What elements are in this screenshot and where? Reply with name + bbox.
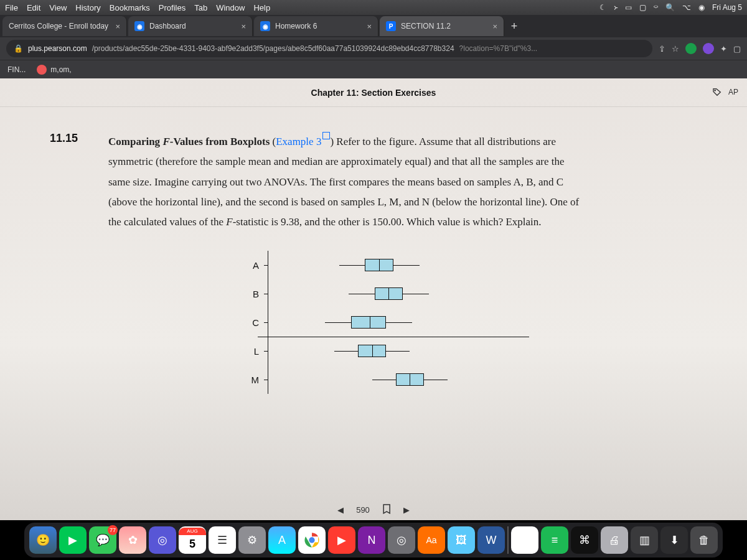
facetime-icon[interactable]: ▶: [59, 526, 87, 554]
youtube-icon[interactable]: ▶: [328, 526, 355, 554]
browser-toolbar: 🔒 plus.pearson.com/products/adec55de-25b…: [0, 37, 747, 60]
tab-section-11-2[interactable]: P SECTION 11.2 ×: [380, 16, 504, 36]
title-f: F: [162, 136, 169, 147]
boxplot-row-C: C: [243, 308, 504, 337]
bookmark-fin[interactable]: FIN...: [7, 65, 26, 74]
page-number: 590: [356, 505, 370, 515]
menu-tab[interactable]: Tab: [194, 3, 207, 12]
popup-icon[interactable]: [322, 132, 330, 139]
body-text: Refer to the figure. Assume that all dis…: [108, 136, 579, 228]
generic-app-icon[interactable]: ◎: [388, 526, 415, 554]
next-page-button[interactable]: ▶: [403, 505, 410, 515]
svg-point-0: [715, 90, 715, 91]
url-path: /products/adec55de-25be-4331-9403-abf9e2…: [92, 44, 454, 53]
menu-help[interactable]: Help: [253, 3, 270, 12]
dock-area: 🙂 ▶ 💬 77 ✿ ◎ AUG 5 ☰ ⚙ A ▶ N ◎ Aa 🖼 W Q …: [0, 520, 747, 560]
bookmark-mom[interactable]: m,om,: [37, 65, 71, 75]
share-icon[interactable]: ⇪: [659, 44, 665, 54]
body-text: -statistic is 9.38, and the other is 150…: [233, 216, 542, 228]
tab-homework[interactable]: ◉ Homework 6 ×: [254, 16, 378, 36]
canvas-icon: ◉: [260, 21, 270, 31]
spotify-icon[interactable]: ≡: [541, 526, 568, 554]
tab-label: Cerritos College - Enroll today: [9, 22, 108, 30]
menu-bookmarks[interactable]: Bookmarks: [110, 3, 150, 12]
quicktime-icon[interactable]: Q: [511, 526, 538, 554]
app-store-icon[interactable]: A: [268, 526, 296, 554]
messages-badge: 77: [108, 525, 118, 535]
messages-icon[interactable]: 💬 77: [89, 526, 116, 554]
site-lock-icon: 🔒: [14, 44, 23, 53]
terminal-icon[interactable]: ⌘: [571, 526, 598, 554]
title-part: -Values from Boxplots: [170, 136, 270, 147]
extensions-icon[interactable]: ✦: [720, 44, 727, 54]
chapter-title: Chapter 11: Section Exercises: [311, 88, 436, 98]
tab-label: Homework 6: [275, 22, 317, 30]
menu-edit[interactable]: Edit: [27, 3, 40, 12]
battery-icon[interactable]: ▭: [625, 3, 632, 12]
close-icon[interactable]: ×: [241, 22, 246, 31]
word-icon[interactable]: W: [477, 526, 505, 554]
star-icon[interactable]: ☆: [672, 44, 679, 54]
problem-block: 11.15 Comparing F-Values from Boxplots (…: [0, 107, 747, 238]
downloads-icon[interactable]: ⬇: [660, 526, 688, 554]
mac-menubar: File Edit View History Bookmarks Profile…: [0, 0, 747, 15]
tab-cerritos[interactable]: Cerritos College - Enroll today ×: [2, 16, 127, 36]
boxplot-figure: A B C: [243, 251, 504, 394]
finder-icon[interactable]: 🙂: [29, 526, 57, 554]
ap-tag: AP: [712, 87, 738, 97]
control-center-icon[interactable]: ⌥: [682, 3, 691, 12]
settings-icon[interactable]: ⚙: [238, 526, 266, 554]
bookmark-favicon: [37, 65, 47, 75]
folder-icon[interactable]: ▥: [631, 526, 658, 554]
dock-separator: [507, 526, 509, 554]
pearson-icon: P: [386, 21, 396, 31]
moon-icon[interactable]: ☾: [599, 3, 606, 12]
bookmarks-bar: FIN... m,om,: [0, 60, 747, 78]
search-icon[interactable]: 🔍: [665, 3, 675, 12]
preview-icon[interactable]: 🖼: [448, 526, 475, 554]
siri-icon[interactable]: ◉: [698, 3, 705, 12]
app-store-alt-icon[interactable]: ◎: [149, 526, 176, 554]
boxplot-row-M: M: [243, 365, 504, 394]
menu-window[interactable]: Window: [216, 3, 245, 12]
mac-dock: 🙂 ▶ 💬 77 ✿ ◎ AUG 5 ☰ ⚙ A ▶ N ◎ Aa 🖼 W Q …: [24, 523, 723, 558]
chapter-header: Chapter 11: Section Exercises: [0, 78, 747, 107]
bookmark-label: m,om,: [50, 65, 71, 74]
chrome-icon[interactable]: [298, 526, 326, 554]
onenote-icon[interactable]: N: [358, 526, 385, 554]
calendar-month: AUG: [179, 528, 206, 535]
y-label: C: [243, 317, 264, 328]
close-icon[interactable]: ×: [367, 22, 372, 31]
address-bar[interactable]: 🔒 plus.pearson.com/products/adec55de-25b…: [6, 40, 652, 57]
menubar-clock[interactable]: Fri Aug 5: [712, 3, 742, 12]
photos-icon[interactable]: ✿: [119, 526, 146, 554]
bookmark-page-icon[interactable]: [382, 503, 391, 516]
account-icon[interactable]: ▢: [733, 44, 741, 54]
url-host: plus.pearson.com: [28, 44, 87, 53]
example-link[interactable]: Example 3: [276, 136, 321, 147]
y-label: B: [243, 289, 264, 299]
font-book-icon[interactable]: Aa: [418, 526, 445, 554]
menu-history[interactable]: History: [75, 3, 100, 12]
screen-mirror-icon[interactable]: ▢: [639, 3, 646, 12]
close-icon[interactable]: ×: [492, 22, 497, 31]
new-tab-button[interactable]: +: [505, 20, 523, 33]
printer-icon[interactable]: 🖨: [601, 526, 628, 554]
reminders-icon[interactable]: ☰: [209, 526, 236, 554]
menu-profiles[interactable]: Profiles: [159, 3, 186, 12]
boxplot-row-A: A: [243, 251, 504, 279]
calendar-icon[interactable]: AUG 5: [179, 526, 206, 554]
bluetooth-icon[interactable]: ᚛: [614, 3, 618, 12]
bookmark-label: FIN...: [7, 65, 26, 74]
y-label: L: [243, 346, 264, 357]
page-nav-footer: ◀ 590 ▶: [337, 503, 410, 516]
tab-dashboard[interactable]: ◉ Dashboard ×: [128, 16, 253, 36]
wifi-icon[interactable]: ⌔: [654, 3, 658, 12]
close-icon[interactable]: ×: [115, 22, 120, 31]
grammarly-icon[interactable]: [685, 43, 697, 54]
trash-icon[interactable]: 🗑: [690, 526, 718, 554]
prev-page-button[interactable]: ◀: [337, 505, 344, 515]
extension-icon[interactable]: [703, 43, 714, 54]
menu-file[interactable]: File: [5, 3, 18, 12]
menu-view[interactable]: View: [49, 3, 67, 12]
